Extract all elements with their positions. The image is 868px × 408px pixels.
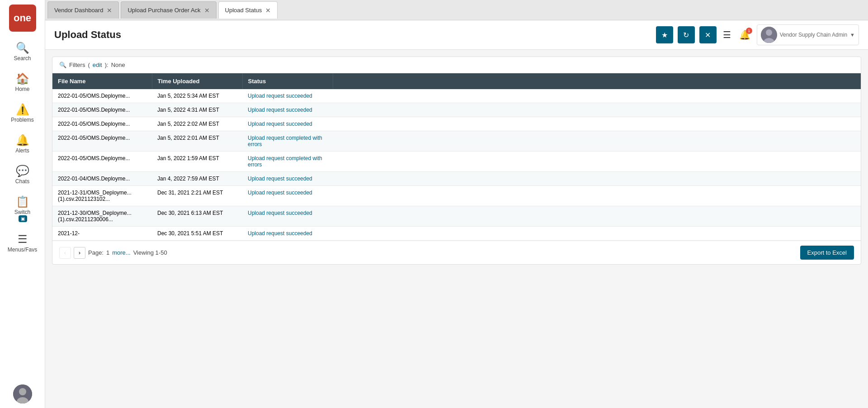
cell-extra	[333, 186, 861, 206]
filter-icon: 🔍	[59, 62, 66, 68]
cell-time-uploaded: Dec 30, 2021 6:13 AM EST	[152, 206, 242, 227]
cell-file-name: 2022-01-05/OMS.Deployme...	[52, 152, 152, 172]
tab-vendor-dashboard[interactable]: Vendor Dashboard ✕	[47, 1, 119, 19]
cell-file-name: 2022-01-05/OMS.Deployme...	[52, 89, 152, 103]
tab-upload-ack[interactable]: Upload Purchase Order Ack ✕	[121, 1, 216, 19]
cell-time-uploaded: Jan 5, 2022 1:59 AM EST	[152, 152, 242, 172]
svg-point-4	[766, 29, 772, 36]
tab-upload-ack-close[interactable]: ✕	[204, 7, 210, 14]
sidebar-item-problems[interactable]: ⚠️ Problems	[0, 98, 45, 128]
tab-upload-ack-label: Upload Purchase Order Ack	[127, 7, 200, 14]
svg-point-1	[19, 388, 26, 395]
cell-file-name: 2022-01-05/OMS.Deployme...	[52, 131, 152, 152]
header-right: ★ ↻ ✕ ☰ 🔔 1	[656, 24, 859, 45]
cell-status: Upload request succeeded	[242, 206, 333, 227]
cell-extra	[333, 206, 861, 227]
tab-upload-status[interactable]: Upload Status ✕	[218, 1, 278, 19]
col-header-file-name: File Name	[52, 73, 152, 89]
data-table: File Name Time Uploaded Status 2022-01-0…	[52, 73, 861, 241]
sidebar-item-chats[interactable]: 💬 Chats	[0, 159, 45, 190]
menus-icon: ☰	[18, 233, 28, 246]
col-header-time-uploaded: Time Uploaded	[152, 73, 242, 89]
tab-upload-status-label: Upload Status	[225, 7, 262, 14]
sidebar-item-menus[interactable]: ☰ Menus/Favs	[0, 228, 45, 258]
cell-file-name: 2021-12-	[52, 227, 152, 241]
cell-time-uploaded: Jan 4, 2022 7:59 AM EST	[152, 172, 242, 186]
page-prev-button[interactable]: ‹	[59, 247, 71, 259]
tabs-bar: Vendor Dashboard ✕ Upload Purchase Order…	[45, 0, 868, 20]
sidebar-item-search[interactable]: 🔍 Search	[0, 36, 45, 67]
sidebar-label-alerts: Alerts	[15, 147, 29, 154]
cell-time-uploaded: Jan 5, 2022 2:02 AM EST	[152, 117, 242, 131]
export-excel-button[interactable]: Export to Excel	[800, 246, 854, 260]
sidebar-label-problems: Problems	[11, 117, 34, 123]
page-body: 🔍 Filters ( edit ): None File Name Time …	[45, 50, 868, 408]
table-row[interactable]: 2022-01-05/OMS.Deployme...Jan 5, 2022 1:…	[52, 152, 861, 172]
cell-status: Upload request succeeded	[242, 103, 333, 117]
cell-extra	[333, 227, 861, 241]
hamburger-icon: ☰	[723, 30, 731, 40]
sidebar-label-switch: Switch	[14, 209, 30, 215]
pagination-left: ‹ › Page: 1 more... Viewing 1-50	[59, 247, 167, 259]
cell-status: Upload request succeeded	[242, 172, 333, 186]
content-card: 🔍 Filters ( edit ): None File Name Time …	[52, 57, 861, 265]
close-tab-button[interactable]: ✕	[699, 26, 717, 43]
table-row[interactable]: 2021-12-30/OMS_Deployme...(1).csv.202112…	[52, 206, 861, 227]
sidebar-label-menus: Menus/Favs	[8, 247, 37, 253]
cell-file-name: 2021-12-31/OMS_Deployme...(1).csv.202112…	[52, 186, 152, 206]
user-avatar	[761, 27, 777, 43]
table-wrapper: File Name Time Uploaded Status 2022-01-0…	[52, 73, 861, 241]
cell-extra	[333, 103, 861, 117]
app-logo[interactable]: one	[9, 5, 36, 32]
sidebar-label-chats: Chats	[15, 178, 29, 185]
switch-badge: ▣	[19, 215, 27, 222]
sidebar-bottom	[0, 384, 45, 408]
notification-badge: 1	[746, 28, 752, 34]
cell-status: Upload request completed with errors	[242, 131, 333, 152]
filters-edit-link[interactable]: edit	[93, 62, 102, 68]
filters-value: None	[111, 62, 125, 68]
sidebar-label-home: Home	[15, 86, 29, 92]
table-row[interactable]: 2022-01-05/OMS.Deployme...Jan 5, 2022 2:…	[52, 117, 861, 131]
home-icon: 🏠	[16, 72, 29, 85]
sidebar: one 🔍 Search 🏠 Home ⚠️ Problems 🔔 Alerts…	[0, 0, 45, 408]
filters-paren-close: ):	[105, 62, 108, 68]
cell-file-name: 2022-01-05/OMS.Deployme...	[52, 117, 152, 131]
table-row[interactable]: 2021-12-Dec 30, 2021 5:51 AM ESTUpload r…	[52, 227, 861, 241]
problems-icon: ⚠️	[16, 103, 29, 116]
cell-time-uploaded: Dec 30, 2021 5:51 AM EST	[152, 227, 242, 241]
table-row[interactable]: 2022-01-05/OMS.Deployme...Jan 5, 2022 5:…	[52, 89, 861, 103]
sidebar-item-alerts[interactable]: 🔔 Alerts	[0, 128, 45, 159]
user-dropdown[interactable]: Vendor Supply Chain Admin ▼	[757, 24, 859, 45]
cell-status: Upload request succeeded	[242, 227, 333, 241]
alerts-icon: 🔔	[16, 134, 29, 147]
cell-time-uploaded: Jan 5, 2022 2:01 AM EST	[152, 131, 242, 152]
switch-icon: 📋	[16, 195, 29, 208]
table-row[interactable]: 2022-01-05/OMS.Deployme...Jan 5, 2022 2:…	[52, 131, 861, 152]
cell-status: Upload request succeeded	[242, 117, 333, 131]
tab-vendor-dashboard-close[interactable]: ✕	[107, 7, 112, 14]
favorite-button[interactable]: ★	[656, 26, 673, 43]
page-title: Upload Status	[54, 29, 121, 41]
menu-button[interactable]: ☰	[721, 28, 733, 42]
sidebar-item-switch[interactable]: 📋 Switch ▣	[0, 190, 45, 228]
refresh-button[interactable]: ↻	[678, 26, 695, 43]
more-pages-link[interactable]: more...	[112, 249, 130, 256]
table-row[interactable]: 2022-01-05/OMS.Deployme...Jan 5, 2022 4:…	[52, 103, 861, 117]
sidebar-item-home[interactable]: 🏠 Home	[0, 67, 45, 98]
cell-time-uploaded: Jan 5, 2022 4:31 AM EST	[152, 103, 242, 117]
cell-extra	[333, 117, 861, 131]
cell-file-name: 2022-01-04/OMS.Deployme...	[52, 172, 152, 186]
sidebar-avatar[interactable]	[13, 384, 32, 403]
table-row[interactable]: 2022-01-04/OMS.Deployme...Jan 4, 2022 7:…	[52, 172, 861, 186]
refresh-icon: ↻	[683, 31, 689, 39]
notification-button[interactable]: 🔔 1	[737, 28, 752, 42]
tab-vendor-dashboard-label: Vendor Dashboard	[54, 7, 103, 14]
tab-upload-status-close[interactable]: ✕	[265, 7, 271, 14]
cell-time-uploaded: Dec 31, 2021 2:21 AM EST	[152, 186, 242, 206]
col-header-extra	[333, 73, 861, 89]
table-row[interactable]: 2021-12-31/OMS_Deployme...(1).csv.202112…	[52, 186, 861, 206]
page-label: Page:	[88, 249, 104, 256]
cell-extra	[333, 152, 861, 172]
page-next-button[interactable]: ›	[74, 247, 85, 259]
